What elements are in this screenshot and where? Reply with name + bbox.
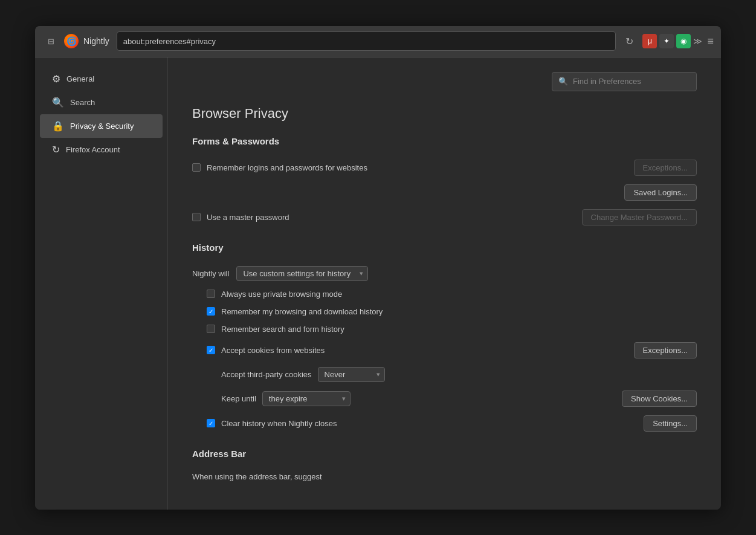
firefox-logo: 🌀 bbox=[64, 34, 79, 48]
gear-icon: ⚙ bbox=[52, 73, 60, 85]
saved-logins-btn[interactable]: Saved Logins... bbox=[624, 184, 697, 201]
sidebar-toggle-btn[interactable]: ⊟ bbox=[42, 33, 59, 50]
sidebar-search-label: Search bbox=[70, 98, 95, 107]
exceptions-btn-disabled: Exceptions... bbox=[634, 160, 697, 176]
sidebar-item-account[interactable]: ↻ Firefox Account bbox=[40, 138, 163, 161]
remember-logins-label: Remember logins and passwords for websit… bbox=[207, 163, 367, 172]
cookies-exceptions-btn[interactable]: Exceptions... bbox=[634, 342, 697, 358]
sidebar-toggle-icon: ⊟ bbox=[48, 37, 54, 46]
remember-logins-checkbox[interactable] bbox=[192, 163, 201, 172]
find-search-icon: 🔍 bbox=[558, 77, 568, 86]
nightly-will-row: Nightly will Remember history Never reme… bbox=[192, 266, 697, 281]
more-extensions-btn[interactable]: ≫ bbox=[693, 36, 702, 46]
always-private-checkbox[interactable] bbox=[207, 290, 215, 298]
search-bar-container: 🔍 Find in Preferences bbox=[192, 72, 697, 91]
reload-button[interactable]: ↻ bbox=[621, 33, 638, 50]
remember-logins-row: Remember logins and passwords for websit… bbox=[192, 160, 697, 176]
sync-icon: ↻ bbox=[52, 144, 60, 155]
sidebar-item-search[interactable]: 🔍 Search bbox=[40, 91, 163, 114]
show-cookies-btn[interactable]: Show Cookies... bbox=[622, 391, 697, 407]
change-master-btn-disabled: Change Master Password... bbox=[582, 209, 697, 225]
remember-search-row: Remember search and form history bbox=[192, 325, 697, 334]
nightly-will-label: Nightly will bbox=[192, 269, 229, 278]
content-area: ⚙ General 🔍 Search 🔒 Privacy & Security … bbox=[35, 57, 721, 510]
find-in-preferences-input[interactable]: 🔍 Find in Preferences bbox=[552, 72, 697, 91]
page-title: Browser Privacy bbox=[192, 106, 697, 122]
keep-until-label: Keep until bbox=[221, 394, 256, 403]
title-bar: ⊟ 🌀 Nightly about:preferences#privacy ↻ … bbox=[35, 26, 721, 57]
browser-tab-label: Nightly bbox=[83, 36, 109, 46]
sidebar-privacy-label: Privacy & Security bbox=[70, 122, 134, 131]
remember-search-label: Remember search and form history bbox=[221, 325, 344, 334]
accept-cookies-label: Accept cookies from websites bbox=[221, 346, 325, 355]
history-section: History Nightly will Remember history Ne… bbox=[192, 242, 697, 432]
third-party-row: Accept third-party cookies Always From v… bbox=[192, 367, 697, 382]
remember-browsing-label: Remember my browsing and download histor… bbox=[221, 307, 383, 316]
clear-history-label: Clear history when Nightly closes bbox=[221, 419, 337, 428]
main-menu-btn[interactable]: ≡ bbox=[707, 35, 714, 48]
always-private-row: Always use private browsing mode bbox=[192, 290, 697, 299]
history-settings-btn[interactable]: Settings... bbox=[644, 415, 697, 432]
forms-passwords-section: Forms & Passwords Remember logins and pa… bbox=[192, 136, 697, 225]
history-mode-select[interactable]: Remember history Never remember history … bbox=[236, 266, 368, 281]
third-party-select[interactable]: Always From visited Never bbox=[318, 367, 385, 382]
clear-history-checkbox[interactable] bbox=[207, 419, 215, 427]
remember-search-checkbox[interactable] bbox=[207, 325, 215, 333]
address-bar-input[interactable]: about:preferences#privacy bbox=[117, 31, 616, 51]
sidebar: ⚙ General 🔍 Search 🔒 Privacy & Security … bbox=[35, 57, 168, 510]
url-text: about:preferences#privacy bbox=[123, 37, 216, 46]
extensions-area: μ ✦ ◉ ≫ bbox=[642, 34, 702, 48]
addon2-ext-icon[interactable]: ✦ bbox=[659, 34, 674, 48]
main-content: 🔍 Find in Preferences Browser Privacy Fo… bbox=[168, 57, 721, 510]
accept-cookies-checkbox[interactable] bbox=[207, 346, 215, 354]
search-icon: 🔍 bbox=[52, 97, 64, 108]
forms-passwords-title: Forms & Passwords bbox=[192, 136, 697, 150]
find-placeholder: Find in Preferences bbox=[573, 77, 641, 86]
reload-icon: ↻ bbox=[625, 36, 633, 47]
address-bar-section: Address Bar When using the address bar, … bbox=[192, 449, 697, 481]
keep-until-select-wrapper: they expire I close Firefox ask me every… bbox=[262, 391, 351, 406]
lock-icon: 🔒 bbox=[52, 120, 64, 132]
accept-cookies-row: Accept cookies from websites Exceptions.… bbox=[192, 342, 697, 358]
always-private-label: Always use private browsing mode bbox=[221, 290, 342, 299]
browser-window: ⊟ 🌀 Nightly about:preferences#privacy ↻ … bbox=[35, 26, 721, 510]
third-party-label: Accept third-party cookies bbox=[221, 370, 312, 379]
clear-history-row: Clear history when Nightly closes Settin… bbox=[192, 415, 697, 432]
remember-browsing-checkbox[interactable] bbox=[207, 307, 215, 316]
sidebar-item-general[interactable]: ⚙ General bbox=[40, 67, 163, 91]
sidebar-account-label: Firefox Account bbox=[66, 145, 120, 154]
address-bar-title: Address Bar bbox=[192, 449, 697, 462]
keep-until-select[interactable]: they expire I close Firefox ask me every… bbox=[262, 391, 351, 406]
history-title: History bbox=[192, 242, 697, 256]
ublock-ext-icon[interactable]: μ bbox=[642, 34, 657, 48]
remember-browsing-row: Remember my browsing and download histor… bbox=[192, 307, 697, 316]
keep-until-row: Keep until they expire I close Firefox a… bbox=[192, 391, 697, 407]
sidebar-item-privacy[interactable]: 🔒 Privacy & Security bbox=[40, 114, 163, 138]
master-password-checkbox[interactable] bbox=[192, 213, 201, 221]
address-bar-description: When using the address bar, suggest bbox=[192, 472, 697, 481]
third-party-select-wrapper: Always From visited Never bbox=[318, 367, 385, 382]
addon3-ext-icon[interactable]: ◉ bbox=[676, 34, 691, 48]
history-mode-select-wrapper: Remember history Never remember history … bbox=[236, 266, 368, 281]
sidebar-general-label: General bbox=[66, 74, 94, 83]
master-password-label: Use a master password bbox=[207, 213, 289, 222]
master-password-row: Use a master password Change Master Pass… bbox=[192, 209, 697, 225]
